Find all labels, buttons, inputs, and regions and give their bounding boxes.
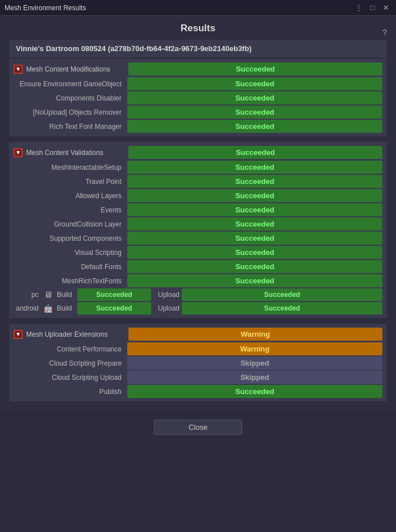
- status-supported-components: Succeeded: [127, 232, 382, 245]
- row-ensure-env: Ensure Environment GameObject Succeeded: [14, 77, 382, 90]
- section-status-extensions: Warning: [128, 328, 382, 341]
- label-cloud-scripting-upload: Cloud Scripting Upload: [14, 374, 127, 382]
- close-btn-titlebar[interactable]: ✕: [381, 3, 391, 12]
- label-mesh-interactable: MeshInteractableSetup: [14, 164, 127, 171]
- row-allowed-layers: Allowed Layers Succeeded: [14, 189, 382, 202]
- section-status-validations: Succeeded: [128, 146, 382, 159]
- pc-platform-label: pc: [14, 291, 39, 299]
- pc-build-status: Succeeded: [77, 288, 151, 301]
- row-groundcollision: GroundCollision Layer Succeeded: [14, 217, 382, 231]
- label-default-fonts: Default Fonts: [14, 263, 127, 271]
- status-content-performance: Warning: [127, 342, 382, 355]
- android-platform-label: android: [14, 304, 39, 312]
- android-upload-status: Succeeded: [182, 302, 382, 315]
- maximize-btn[interactable]: □: [368, 3, 377, 12]
- status-rich-text: Succeeded: [127, 120, 382, 133]
- help-icon[interactable]: ?: [382, 27, 387, 37]
- row-events: Events Succeeded: [14, 203, 382, 216]
- section-label-extensions: Mesh Uploader Extensions: [26, 330, 128, 338]
- label-components-disabler: Components Disabler: [14, 94, 127, 102]
- status-publish: Succeeded: [127, 385, 382, 398]
- label-visual-scripting: Visual Scripting: [14, 249, 127, 257]
- section-mesh-content-validations: ▼ Mesh Content Validations Succeeded Mes…: [9, 142, 387, 318]
- collapse-btn-modifications[interactable]: ▼: [14, 65, 23, 74]
- label-ensure-env: Ensure Environment GameObject: [14, 80, 127, 88]
- window-title: Mesh Environment Results: [5, 4, 86, 12]
- status-travel-point: Succeeded: [127, 175, 382, 188]
- status-ensure-env: Succeeded: [127, 77, 382, 90]
- label-supported-components: Supported Components: [14, 234, 127, 242]
- label-meshrichtextfonts: MeshRichTextFonts: [14, 277, 127, 285]
- status-mesh-interactable: Succeeded: [127, 161, 382, 174]
- section-mesh-content-modifications: ▼ Mesh Content Modifications Succeeded E…: [9, 58, 387, 136]
- section-mesh-uploader-extensions: ▼ Mesh Uploader Extensions Warning Conte…: [9, 324, 387, 401]
- collapse-btn-extensions[interactable]: ▼: [14, 330, 23, 339]
- status-noupload: Succeeded: [127, 106, 382, 119]
- label-noupload: [NoUpload] Objects Remover: [14, 108, 127, 116]
- section-header-extensions: ▼ Mesh Uploader Extensions Warning: [14, 328, 382, 341]
- section-label-modifications: Mesh Content Modifications: [26, 65, 128, 73]
- label-allowed-layers: Allowed Layers: [14, 192, 127, 200]
- row-meshrichtextfonts: MeshRichTextFonts Succeeded: [14, 274, 382, 287]
- section-status-modifications: Succeeded: [128, 62, 382, 76]
- pc-upload-label: Upload: [153, 291, 180, 299]
- row-supported-components: Supported Components Succeeded: [14, 232, 382, 245]
- status-default-fonts: Succeeded: [127, 260, 382, 273]
- row-pc-build-upload: pc Build Succeeded Upload Succeeded: [14, 288, 382, 301]
- page-title: Results: [9, 23, 387, 34]
- footer: Close: [0, 415, 396, 439]
- env-header: Vinnie's Dartroom 080524 (a278b70d-fb64-…: [9, 40, 387, 57]
- pc-build-label: Build: [57, 291, 75, 299]
- row-android-build-upload: android Build Succeeded Upload Succeeded: [14, 302, 382, 315]
- main-content: Results ? Vinnie's Dartroom 080524 (a278…: [0, 16, 396, 412]
- row-visual-scripting: Visual Scripting Succeeded: [14, 246, 382, 259]
- close-button[interactable]: Close: [154, 420, 242, 435]
- label-publish: Publish: [14, 388, 127, 396]
- row-publish: Publish Succeeded: [14, 385, 382, 398]
- android-upload-label: Upload: [153, 304, 180, 312]
- pc-upload-status: Succeeded: [182, 288, 382, 301]
- row-noupload: [NoUpload] Objects Remover Succeeded: [14, 106, 382, 119]
- section-label-validations: Mesh Content Validations: [26, 149, 128, 157]
- label-groundcollision: GroundCollision Layer: [14, 220, 127, 228]
- menu-btn[interactable]: ⋮: [353, 3, 365, 12]
- row-cloud-scripting-prepare: Cloud Scripting Prepare Skipped: [14, 357, 382, 370]
- row-components-disabler: Components Disabler Succeeded: [14, 91, 382, 104]
- row-travel-point: Travel Point Succeeded: [14, 175, 382, 188]
- status-meshrichtextfonts: Succeeded: [127, 274, 382, 287]
- android-build-label: Build: [57, 304, 75, 312]
- label-travel-point: Travel Point: [14, 178, 127, 186]
- row-content-performance: Content Performance Warning: [14, 342, 382, 355]
- section-header-modifications: ▼ Mesh Content Modifications Succeeded: [14, 62, 382, 76]
- label-content-performance: Content Performance: [14, 345, 127, 353]
- label-cloud-scripting-prepare: Cloud Scripting Prepare: [14, 359, 127, 367]
- monitor-icon: [41, 290, 55, 300]
- row-cloud-scripting-upload: Cloud Scripting Upload Skipped: [14, 371, 382, 384]
- row-rich-text: Rich Text Font Manager Succeeded: [14, 120, 382, 133]
- status-allowed-layers: Succeeded: [127, 189, 382, 202]
- label-rich-text: Rich Text Font Manager: [14, 123, 127, 131]
- row-mesh-interactable: MeshInteractableSetup Succeeded: [14, 161, 382, 174]
- android-icon: [41, 303, 55, 313]
- window-controls[interactable]: ⋮ □ ✕: [353, 3, 391, 12]
- status-cloud-scripting-upload: Skipped: [127, 371, 382, 384]
- label-events: Events: [14, 206, 127, 214]
- section-header-validations: ▼ Mesh Content Validations Succeeded: [14, 146, 382, 159]
- row-default-fonts: Default Fonts Succeeded: [14, 260, 382, 273]
- collapse-btn-validations[interactable]: ▼: [14, 148, 23, 157]
- status-components-disabler: Succeeded: [127, 91, 382, 104]
- status-events: Succeeded: [127, 203, 382, 216]
- status-cloud-scripting-prepare: Skipped: [127, 357, 382, 370]
- status-visual-scripting: Succeeded: [127, 246, 382, 259]
- android-build-status: Succeeded: [77, 302, 151, 315]
- status-groundcollision: Succeeded: [127, 217, 382, 231]
- titlebar: Mesh Environment Results ⋮ □ ✕: [0, 0, 396, 16]
